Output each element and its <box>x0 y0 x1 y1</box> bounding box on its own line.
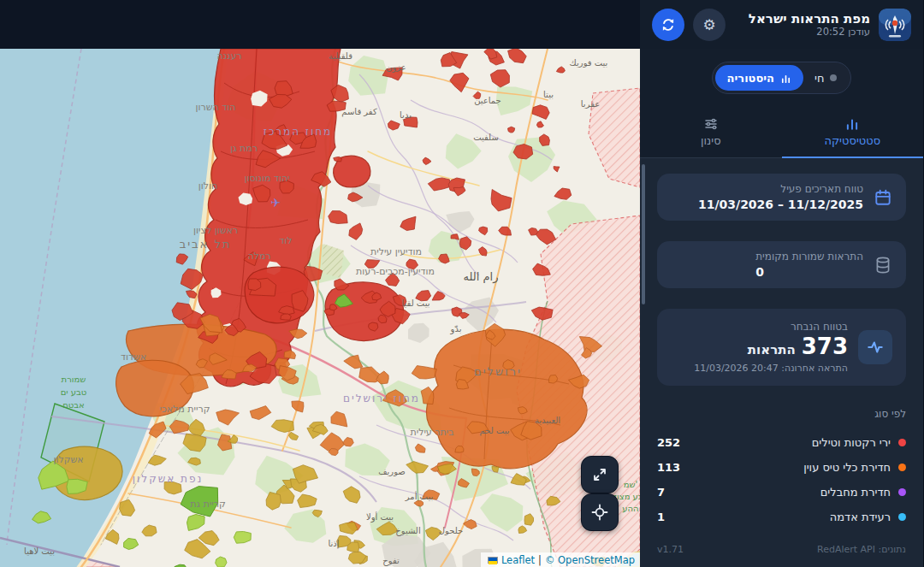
local-saved-value: 0 <box>755 265 863 279</box>
map-blob <box>266 492 281 510</box>
map-label: מודיעין עילית <box>370 246 422 257</box>
app-version: v1.71 <box>657 544 684 555</box>
map-label: عزون <box>386 62 406 73</box>
legend-list: ירי רקטות וטילים252חדירת כלי טיס עוין113… <box>657 430 906 529</box>
map-label: יהוד מונוסון <box>244 173 289 184</box>
statistics-icon <box>845 117 859 131</box>
map-blob <box>281 314 292 320</box>
map-label: אשקלון <box>53 454 83 465</box>
map-label: לוד <box>279 235 292 246</box>
legend-label: חדירת כלי טיס עוין <box>803 461 891 474</box>
history-label: היסטוריה <box>727 72 774 85</box>
map-blob <box>334 157 342 162</box>
database-icon <box>874 256 892 275</box>
selected-range-title: בטווח הנבחר <box>694 321 848 333</box>
map-label: سلفيت <box>473 133 499 142</box>
map-label: بيت فوريك <box>570 58 608 68</box>
tab-statistics-label: סטטיסטיקה <box>824 134 880 147</box>
last-alert-text: התראה אחרונה: 20:47 11/03/2026 <box>694 363 848 374</box>
legend-item[interactable]: ירי רקטות וטילים252 <box>657 430 906 455</box>
calendar-icon <box>874 188 892 207</box>
map-label: מודיעין-מכבים-רעות <box>356 266 435 277</box>
sidebar-scrollbar[interactable] <box>642 164 645 304</box>
map-label: ההע <box>622 504 638 513</box>
legend-label: ירי רקטות וטילים <box>812 436 891 449</box>
leaflet-map[interactable]: ✈ רעננההוד השרוןقلقيليةعزونبيت فوريكبيتا… <box>0 49 640 567</box>
live-dot-icon <box>830 74 837 81</box>
map-label: ירושלים <box>474 365 522 378</box>
map-label: بيت لقيا <box>402 298 430 308</box>
tab-statistics[interactable]: סטטיסטיקה <box>782 107 924 157</box>
attribution-separator: | <box>538 554 542 566</box>
fullscreen-button[interactable] <box>581 456 619 493</box>
legend-dot-icon <box>898 488 906 496</box>
map-label: عقربا <box>581 99 600 109</box>
settings-button[interactable]: ⚙ <box>693 9 726 41</box>
locate-button[interactable] <box>581 493 619 531</box>
expand-icon <box>591 466 608 483</box>
alert-count: 373 <box>802 335 848 357</box>
map-label: بيتا <box>543 90 554 99</box>
date-range-card[interactable]: טווח תאריכים פעיל 11/03/2026 – 11/12/202… <box>657 174 906 221</box>
map-blob <box>216 557 227 567</box>
crosshair-icon <box>591 504 608 521</box>
legend-dot-icon <box>898 464 906 471</box>
live-history-toggle: חי היסטוריה <box>712 62 852 94</box>
sidebar-content: טווח תאריכים פעיל 11/03/2026 – 11/12/202… <box>640 158 923 567</box>
map-label: טבע ים <box>61 387 87 397</box>
map-label: שמורת <box>62 375 86 384</box>
tab-bar: סטטיסטיקה סינון <box>640 107 923 158</box>
legend-count: 7 <box>657 486 665 499</box>
sidebar: מפת התראות ישראל עודכן 20:52 ⚙ חי <box>640 0 924 567</box>
legend-item[interactable]: רעידת אדמה1 <box>657 505 906 529</box>
selected-range-card: בטווח הנבחר 373 התראות התראה אחרונה: 20:… <box>657 309 906 386</box>
legend-title: לפי סוג <box>657 408 906 420</box>
map-label: חולון <box>198 180 217 192</box>
alert-count-label: התראות <box>748 342 796 357</box>
map-label: بدّو <box>450 324 462 334</box>
map-label: קריית גת <box>190 499 225 510</box>
map-blob <box>508 127 515 133</box>
toggle-live[interactable]: חי <box>803 72 848 85</box>
map-label: بيت أولا <box>366 511 394 523</box>
osm-link[interactable]: © OpenStreetMap <box>545 554 635 566</box>
map-label: מחוז המרכז <box>264 126 333 138</box>
legend-count: 252 <box>657 436 680 449</box>
map-label: الشيوخ <box>395 526 420 536</box>
local-saved-card: התראות שמורות מקומית 0 <box>657 241 906 288</box>
data-source: נתונים: RedAlert API <box>817 544 906 555</box>
legend-item[interactable]: חדירת מחבלים7 <box>657 480 906 505</box>
refresh-button[interactable] <box>652 9 684 41</box>
map-label: אשדוד <box>121 351 146 363</box>
airport-icon: ✈ <box>270 196 281 210</box>
leaflet-link[interactable]: Leaflet <box>501 554 535 566</box>
map-label: תל אביב <box>180 238 232 251</box>
legend-label: רעידת אדמה <box>830 511 891 523</box>
map-viewport[interactable]: ✈ רעננההוד השרוןقلقيليةعزونبيت فوريكبيتا… <box>0 49 640 567</box>
map-label: كفر قاسم <box>341 107 377 117</box>
map-label: قلقيلية <box>329 51 352 61</box>
map-label: جماعين <box>474 96 501 105</box>
tab-filter[interactable]: סינון <box>640 107 782 157</box>
bar-chart-icon <box>780 73 791 84</box>
legend-count: 113 <box>657 461 680 474</box>
map-label: אבטח <box>62 400 84 410</box>
ukraine-flag-icon <box>488 557 498 564</box>
map-label: صوريف <box>378 467 406 476</box>
local-saved-title: התראות שמורות מקומית <box>755 251 863 263</box>
live-label: חי <box>814 72 824 85</box>
map-label: רעננה <box>216 50 241 62</box>
map-label: بيت لاهيا <box>24 546 55 556</box>
title-block: מפת התראות ישראל עודכן 20:52 <box>749 11 870 38</box>
map-area: ✈ רעננההוד השרוןقلقيليةعزونبيت فوريكبيتا… <box>0 0 640 567</box>
date-range-title: טווח תאריכים פעיל <box>698 183 863 195</box>
toggle-history[interactable]: היסטוריה <box>715 65 803 91</box>
map-label: تفوح <box>382 556 400 566</box>
map-label: ביתר עילית <box>410 427 453 438</box>
legend-item[interactable]: חדירת כלי טיס עוין113 <box>657 455 906 480</box>
mode-toggle-row: חי היסטוריה <box>640 49 923 107</box>
map-label: بيت أمر <box>405 491 433 501</box>
sidebar-footer: נתונים: RedAlert API v1.71 <box>657 535 906 560</box>
map-blob <box>451 234 459 240</box>
filter-sliders-icon <box>704 117 718 131</box>
